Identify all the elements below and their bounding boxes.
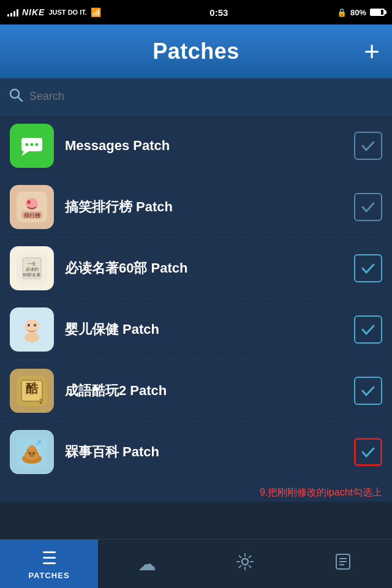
patch-checkbox-chengyu[interactable] xyxy=(354,377,382,405)
svg-point-35 xyxy=(38,440,42,443)
patch-name-books: 必读名著60部 Patch xyxy=(65,259,354,277)
search-icon xyxy=(9,88,23,106)
tab-cloud-icon: ☁ xyxy=(138,553,156,575)
patch-list: Messages Patch 排行榜 搞笑排行榜 Patch xyxy=(0,115,392,483)
wifi-icon: 📶 xyxy=(91,7,101,17)
battery-percent: 80% xyxy=(350,8,366,17)
battery-icon xyxy=(370,9,385,16)
svg-text:60部名著: 60部名著 xyxy=(23,273,41,277)
svg-point-31 xyxy=(28,445,36,451)
signal-bar-3 xyxy=(13,11,15,17)
svg-point-32 xyxy=(29,453,31,454)
patch-item-poop: 槑事百科 Patch xyxy=(0,421,392,483)
signal-bar-2 xyxy=(10,13,12,17)
patch-icon-books: 一生 必读的 60部名著 xyxy=(10,246,54,290)
svg-point-10 xyxy=(27,200,31,204)
add-patch-button[interactable]: + xyxy=(364,38,380,65)
patch-icon-baby xyxy=(10,307,54,352)
tab-patches-icon: ☰ xyxy=(42,548,57,568)
patch-checkbox-gao[interactable] xyxy=(354,193,382,221)
svg-point-20 xyxy=(28,324,30,326)
tab-patches-label: PATCHES xyxy=(28,571,69,580)
battery-fill xyxy=(371,10,381,15)
tab-patches[interactable]: ☰ PATCHES xyxy=(0,540,98,588)
patch-name-chengyu: 成語酷玩2 Patch xyxy=(65,382,354,400)
svg-line-1 xyxy=(18,97,23,101)
search-bar xyxy=(0,78,392,115)
signal-bar-4 xyxy=(17,9,18,17)
tab-notes[interactable] xyxy=(294,540,392,588)
svg-text:一生: 一生 xyxy=(28,262,36,266)
svg-point-6 xyxy=(31,143,34,146)
svg-text:排行榜: 排行榜 xyxy=(23,213,41,219)
status-bar: NIKE JUST DO IT. 📶 0:53 🔒 80% xyxy=(0,0,392,24)
svg-text:酷: 酷 xyxy=(26,382,39,395)
svg-point-21 xyxy=(34,324,36,326)
tab-settings-icon xyxy=(236,552,254,575)
lock-icon: 🔒 xyxy=(337,8,347,17)
annotation-text: 9.把刚刚修改的ipacht勾选上 xyxy=(0,483,392,502)
patch-checkbox-messages[interactable] xyxy=(354,132,382,160)
patch-icon-gao: 排行榜 xyxy=(10,185,54,229)
svg-text:必读的: 必读的 xyxy=(26,267,39,272)
carrier-name: NIKE xyxy=(22,7,45,17)
svg-point-33 xyxy=(33,453,35,454)
svg-text:2: 2 xyxy=(39,398,43,405)
patch-name-baby: 婴儿保健 Patch xyxy=(65,320,354,339)
tab-notes-icon xyxy=(334,552,352,575)
patch-item-chengyu: 酷 2 成語酷玩2 Patch xyxy=(0,360,392,421)
status-left: NIKE JUST DO IT. 📶 xyxy=(7,7,101,17)
patch-checkbox-books[interactable] xyxy=(354,254,382,282)
svg-point-5 xyxy=(26,143,29,146)
search-input[interactable] xyxy=(29,90,383,103)
patch-name-poop: 槑事百科 Patch xyxy=(65,443,354,461)
tab-settings[interactable] xyxy=(196,540,294,588)
patch-icon-poop xyxy=(10,430,54,474)
svg-point-36 xyxy=(242,559,248,565)
patch-item-baby: 婴儿保健 Patch xyxy=(0,299,392,360)
patch-checkbox-baby[interactable] xyxy=(354,315,382,344)
status-right: 🔒 80% xyxy=(337,8,385,17)
tab-bar: ☰ PATCHES ☁ xyxy=(0,539,392,588)
patch-checkbox-poop[interactable] xyxy=(354,438,382,466)
patch-icon-chengyu: 酷 2 xyxy=(10,369,54,413)
patch-icon-messages xyxy=(10,124,54,168)
signal-bars xyxy=(7,8,18,17)
patch-item-messages: Messages Patch xyxy=(0,115,392,176)
patch-item-gao: 排行榜 搞笑排行榜 Patch xyxy=(0,176,392,238)
tab-cloud[interactable]: ☁ xyxy=(98,540,196,588)
svg-point-22 xyxy=(24,333,39,342)
battery-indicator xyxy=(370,9,385,16)
status-time: 0:53 xyxy=(209,7,228,18)
carrier-slogan: JUST DO IT. xyxy=(48,9,86,16)
patch-name-gao: 搞笑排行榜 Patch xyxy=(65,198,354,216)
patch-name-messages: Messages Patch xyxy=(65,138,354,154)
signal-bar-1 xyxy=(7,14,9,17)
nav-bar: Patches + xyxy=(0,24,392,78)
svg-point-7 xyxy=(36,143,39,146)
nav-title: Patches xyxy=(153,39,239,64)
patch-item-books: 一生 必读的 60部名著 必读名著60部 Patch xyxy=(0,238,392,299)
